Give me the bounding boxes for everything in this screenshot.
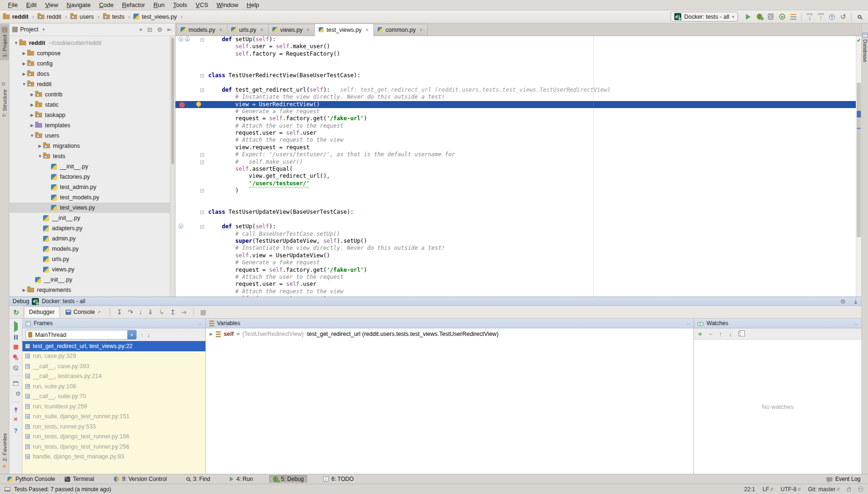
tab-console[interactable]: Console ↗ [61, 307, 105, 317]
overridden-method-icon[interactable]: ↓ [185, 36, 190, 42]
tool-stripe-database[interactable]: Database [862, 30, 868, 65]
thread-select-arrow[interactable]: ▾ [127, 330, 136, 339]
overrides-method-icon[interactable]: ↑ [178, 36, 183, 42]
editor-gutter[interactable]: ↑↓− [175, 36, 205, 43]
code-line[interactable] [175, 216, 856, 223]
editor-gutter[interactable] [175, 281, 205, 288]
stack-frame-row[interactable]: __call__, testcases.py:214 [22, 371, 205, 382]
search-everywhere-button[interactable] [854, 12, 865, 22]
editor-gutter[interactable] [175, 58, 205, 65]
project-tree-item[interactable]: test_views.py [9, 203, 175, 213]
editor-gutter[interactable] [175, 216, 205, 223]
step-over-icon[interactable]: ↷ [128, 309, 133, 315]
code-line[interactable] [175, 58, 856, 65]
step-into-icon[interactable]: ↓ [139, 309, 142, 315]
debugger-settings-icon[interactable]: ⚙ [15, 391, 21, 397]
project-tree-item[interactable]: ▼ reddit ~/cookiecutter/reddit [9, 38, 175, 48]
project-tree-item[interactable]: factories.py [9, 172, 175, 182]
fold-region-icon[interactable]: − [200, 153, 204, 157]
project-tree-item[interactable]: ▶ compose [9, 48, 175, 58]
editor-gutter[interactable] [175, 166, 205, 173]
editor-tab[interactable]: test_views.py × [314, 23, 374, 36]
editor-gutter[interactable] [175, 94, 205, 101]
project-tree-item[interactable]: ▶ docs [9, 69, 175, 79]
float-panel-icon[interactable]: → [685, 320, 690, 326]
tool-stripe-structure[interactable]: 7: Structure [0, 79, 9, 120]
code-line[interactable]: # Attach the request to the view [175, 288, 856, 295]
editor-gutter[interactable] [175, 252, 205, 259]
code-line[interactable]: '/users/testuser/' [175, 180, 856, 187]
project-tree-item[interactable]: admin.py [9, 233, 175, 244]
editor-gutter[interactable] [175, 43, 205, 50]
stack-frame-row[interactable]: run, case.py:329 [22, 351, 205, 362]
project-tree-item[interactable]: views.py [9, 264, 175, 275]
project-tree-item[interactable]: __init__.py [9, 161, 175, 172]
project-tree-item[interactable]: adapters.py [9, 223, 175, 233]
editor-tab[interactable]: models.py × [176, 24, 227, 36]
tree-expand-icon[interactable]: ▶ [21, 72, 27, 76]
editor-tab[interactable]: urls.py × [227, 24, 269, 36]
settings-icon[interactable]: ⚙ [157, 27, 162, 33]
run-button[interactable] [743, 12, 754, 22]
step-out-icon[interactable]: ↥ [170, 309, 175, 315]
stop-button[interactable] [14, 345, 18, 349]
menu-item[interactable]: Help [242, 0, 263, 9]
code-line[interactable]: view.get_redirect_url(), [175, 173, 856, 180]
editor-tab[interactable]: common.py × [373, 24, 428, 36]
project-tree-item[interactable]: test_models.py [9, 192, 175, 203]
editor-gutter[interactable]: − [175, 72, 205, 79]
menu-item[interactable]: File [4, 0, 22, 9]
tool-window-button[interactable]: 5: Debug [269, 475, 308, 483]
fold-region-icon[interactable]: − [200, 38, 204, 42]
breadcrumb-item[interactable]: tests › [103, 14, 131, 20]
help-icon[interactable]: ? [14, 428, 18, 434]
coverage-button[interactable] [765, 12, 776, 22]
code-line[interactable]: # Attach the user to the request [175, 123, 856, 130]
run-to-cursor-icon[interactable]: ⇥ [181, 309, 187, 315]
menu-item[interactable]: Edit [22, 0, 41, 9]
debug-button[interactable] [754, 12, 765, 22]
code-line[interactable]: view = UserRedirectView() [175, 101, 856, 108]
tool-window-button[interactable]: Terminal [61, 475, 98, 483]
resume-button[interactable] [14, 323, 18, 330]
breadcrumb-item[interactable]: test_views.py › [133, 14, 184, 20]
recent-changes-button[interactable] [826, 12, 838, 22]
pin-tab-button[interactable] [15, 407, 17, 410]
locate-file-icon[interactable]: ⌖ [139, 27, 142, 33]
code-line[interactable] [175, 202, 856, 209]
project-tree-item[interactable]: ▶ migrations [9, 141, 175, 151]
hide-panel-icon[interactable]: ⇤ [167, 27, 172, 33]
editor-gutter[interactable]: − [175, 87, 205, 94]
editor-gutter[interactable]: − [175, 187, 205, 194]
editor-gutter[interactable] [175, 195, 205, 202]
stack-frame-row[interactable]: run_tests, django_test_runner.py:256 [22, 442, 205, 452]
project-view-select[interactable]: Project ▾ [12, 26, 44, 33]
tree-expand-icon[interactable]: ▼ [37, 154, 43, 159]
code-line[interactable]: # Attach the user to the request [175, 274, 856, 281]
project-tree-item[interactable]: test_admin.py [9, 182, 175, 192]
move-watch-down-icon[interactable]: ↓ [729, 331, 732, 337]
project-tree-item[interactable]: __init__.py [9, 213, 175, 223]
editor-gutter[interactable] [175, 79, 205, 86]
tree-expand-icon[interactable]: ▶ [29, 123, 35, 128]
project-tree-item[interactable]: ▶ config [9, 58, 175, 69]
menu-item[interactable]: Navigate [62, 0, 95, 9]
code-line[interactable]: request = self.factory.get('/fake-url') [175, 267, 856, 274]
editor-gutter[interactable]: − [175, 159, 205, 166]
line-ending-select[interactable]: LF⇵ [763, 486, 773, 493]
float-panel-icon[interactable]: → [853, 320, 858, 326]
close-tab-icon[interactable]: × [306, 27, 310, 33]
code-line[interactable] [175, 195, 856, 202]
float-panel-icon[interactable]: → [197, 320, 202, 326]
tool-window-button[interactable]: 6: TODO [320, 475, 357, 483]
caret-position[interactable]: 22:1 [744, 486, 755, 493]
code-line[interactable]: # Generate a fake request [175, 108, 856, 115]
overrides-method-icon[interactable]: ↑ [178, 224, 183, 229]
rerun-button[interactable]: ↻ [9, 306, 23, 318]
project-tree-item[interactable]: models.py [9, 244, 175, 254]
evaluate-expression-icon[interactable]: ▦ [200, 309, 206, 315]
editor-gutter[interactable] [175, 123, 205, 130]
project-tree-item[interactable]: __init__.py [9, 275, 175, 285]
run-with-test-tree-button[interactable] [788, 12, 799, 22]
code-line[interactable] [175, 79, 856, 86]
